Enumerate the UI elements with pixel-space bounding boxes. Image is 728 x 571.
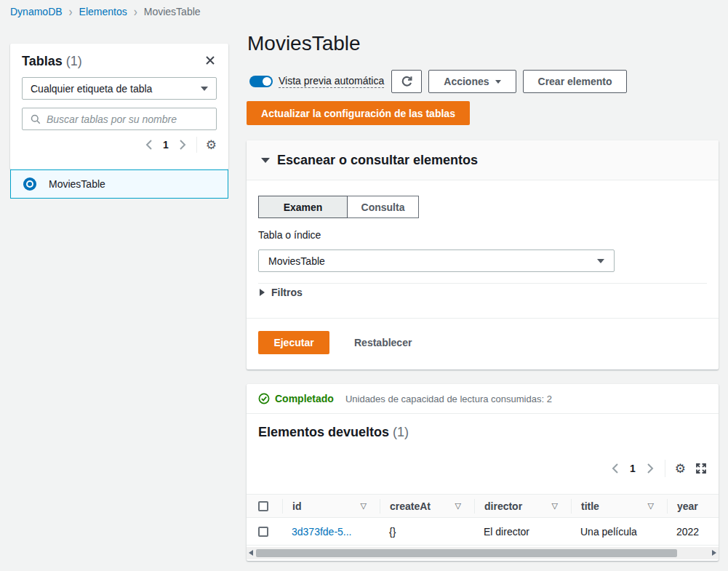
status-bar: Completado Unidades de capacidad de lect… <box>247 384 719 414</box>
tables-panel-title: Tablas (1) <box>22 54 82 69</box>
table-list-item-label: MoviesTable <box>49 178 105 190</box>
cell-director: El director <box>474 526 571 538</box>
breadcrumb-separator-icon: › <box>134 4 137 18</box>
column-header-director[interactable]: director▽ <box>474 499 571 514</box>
dynamodb-console: DynamoDB › Elementos › MoviesTable Tabla… <box>0 0 728 571</box>
results-panel: Completado Unidades de capacidad de lect… <box>247 384 719 561</box>
divider <box>258 283 707 284</box>
scroll-right-icon[interactable] <box>712 550 716 556</box>
chevron-down-icon <box>495 80 501 84</box>
table-list-item-moviestable[interactable]: MoviesTable <box>10 169 228 199</box>
cell-createat: {} <box>380 526 474 538</box>
table-search-box <box>22 108 217 130</box>
reset-button[interactable]: Restablecer <box>354 331 412 354</box>
scroll-left-icon[interactable] <box>249 550 253 556</box>
breadcrumb-current: MoviesTable <box>144 6 201 17</box>
capacity-consumed-text: Unidades de capacidad de lectura consumi… <box>345 394 552 404</box>
scrollbar-thumb[interactable] <box>256 549 677 557</box>
column-label: id <box>292 500 301 512</box>
item-id-link[interactable]: 3d373fde-5... <box>292 526 352 538</box>
sort-icon[interactable]: ▽ <box>455 501 461 511</box>
column-label: createAt <box>390 500 431 512</box>
table-tag-filter-select[interactable]: Cualquier etiqueta de tabla <box>22 77 217 100</box>
page-number[interactable]: 1 <box>623 463 642 474</box>
tables-title-text: Tablas <box>22 54 63 68</box>
table-tag-filter-value: Cualquier etiqueta de tabla <box>31 83 152 95</box>
returned-items-title: Elementos devueltos (1) <box>258 425 409 440</box>
column-label: year <box>677 500 698 512</box>
page-title: MoviesTable <box>247 32 361 55</box>
divider <box>665 460 665 477</box>
cell-title: Una película <box>571 526 667 538</box>
tables-pagination: 1 ⚙ <box>22 137 217 153</box>
chevron-right-icon <box>260 289 265 296</box>
gear-icon[interactable]: ⚙ <box>206 139 217 151</box>
next-page-icon[interactable] <box>645 463 655 474</box>
column-header-id[interactable]: id▽ <box>282 499 380 514</box>
table-row: 3d373fde-5... {} El director Una películ… <box>247 518 719 546</box>
returned-items-text: Elementos devueltos <box>258 425 389 439</box>
table-search-input[interactable] <box>47 113 208 125</box>
scan-query-segmented-control: Examen Consulta <box>258 196 419 218</box>
refresh-button[interactable] <box>391 70 422 93</box>
radio-selected-icon[interactable] <box>23 177 36 191</box>
previous-page-icon[interactable] <box>144 139 154 151</box>
chevron-down-icon <box>201 87 208 91</box>
table-index-select[interactable]: MoviesTable <box>258 249 615 272</box>
sort-icon[interactable]: ▽ <box>361 501 367 511</box>
close-icon[interactable] <box>204 54 217 67</box>
results-toolbar: 1 ⚙ <box>610 457 707 480</box>
breadcrumb-link-elementos[interactable]: Elementos <box>79 6 127 17</box>
gear-icon[interactable]: ⚙ <box>675 463 686 475</box>
tab-scan[interactable]: Examen <box>258 196 348 218</box>
select-all-checkbox[interactable] <box>258 501 268 511</box>
breadcrumb-link-dynamodb[interactable]: DynamoDB <box>10 6 63 17</box>
previous-page-icon[interactable] <box>610 463 620 474</box>
chevron-down-icon <box>597 259 604 263</box>
page-number[interactable]: 1 <box>157 139 175 151</box>
filters-label: Filtros <box>271 287 303 298</box>
header-controls: Vista previa automática Acciones Crear e… <box>249 70 627 93</box>
sort-icon[interactable]: ▽ <box>648 501 654 511</box>
expand-icon[interactable] <box>695 463 707 474</box>
sort-icon[interactable]: ▽ <box>552 501 558 511</box>
table-index-label: Tabla o índice <box>258 229 321 241</box>
column-header-createat[interactable]: createAt▽ <box>380 499 474 514</box>
scan-panel-header[interactable]: Escanear o consultar elementos <box>247 140 719 180</box>
column-header-year[interactable]: year <box>667 499 719 514</box>
search-icon <box>31 114 41 124</box>
breadcrumb: DynamoDB › Elementos › MoviesTable <box>10 5 201 17</box>
divider <box>196 137 197 153</box>
scan-panel-title: Escanear o consultar elementos <box>277 153 478 168</box>
breadcrumb-separator-icon: › <box>69 4 73 18</box>
tables-panel: Tablas (1) Cualquier etiqueta de tabla 1… <box>10 44 228 169</box>
horizontal-scrollbar <box>247 547 719 559</box>
column-header-title[interactable]: title▽ <box>571 499 667 514</box>
check-circle-icon <box>258 393 270 404</box>
tab-query[interactable]: Consulta <box>348 196 419 218</box>
row-checkbox[interactable] <box>258 527 268 537</box>
status-badge: Completado <box>275 393 334 404</box>
actions-label: Acciones <box>444 76 489 87</box>
refresh-icon <box>401 76 413 88</box>
tables-count: (1) <box>66 54 82 68</box>
table-index-value: MoviesTable <box>268 255 325 267</box>
column-label: title <box>581 500 599 512</box>
auto-preview-toggle[interactable] <box>249 76 273 87</box>
create-item-button[interactable]: Crear elemento <box>523 70 628 93</box>
auto-preview-label[interactable]: Vista previa automática <box>279 75 384 88</box>
column-label: director <box>484 500 522 512</box>
chevron-down-icon <box>261 158 270 163</box>
actions-button[interactable]: Acciones <box>428 70 516 93</box>
cell-year: 2022 <box>667 526 719 538</box>
update-table-settings-button[interactable]: Actualizar la configuración de las tabla… <box>247 101 470 125</box>
returned-items-count: (1) <box>393 425 409 439</box>
next-page-icon[interactable] <box>177 139 188 151</box>
scan-query-panel: Escanear o consultar elementos Examen Co… <box>247 140 719 370</box>
items-table: id▽ createAt▽ director▽ title▽ year 3d37… <box>247 494 719 546</box>
run-button[interactable]: Ejecutar <box>258 331 329 354</box>
divider <box>247 318 719 319</box>
filters-expander[interactable]: Filtros <box>260 287 303 298</box>
items-table-header: id▽ createAt▽ director▽ title▽ year <box>247 494 719 518</box>
